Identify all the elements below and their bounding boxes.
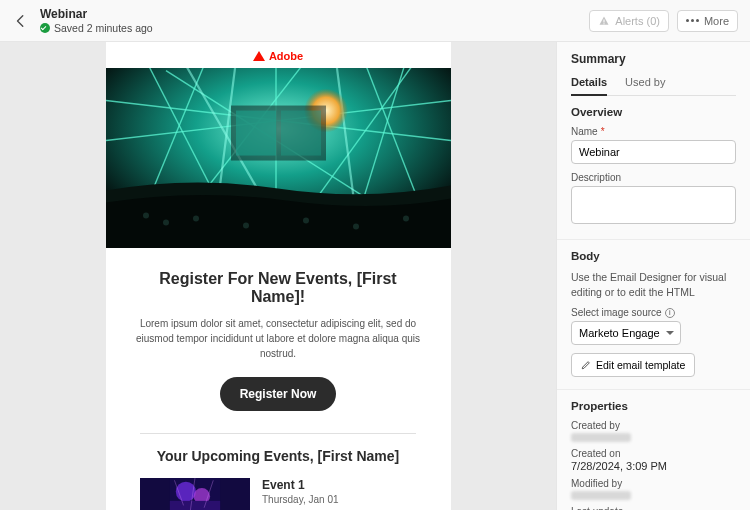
svg-point-20 [143,213,149,219]
brand: Adobe [253,42,303,68]
svg-rect-30 [170,501,220,510]
event-title: Event 1 [262,478,339,492]
check-icon [40,23,50,33]
svg-rect-0 [604,19,605,22]
body-text: Lorem ipsum dolor sit amet, consectetur … [132,316,425,361]
desc-field[interactable] [571,186,736,224]
back-button[interactable] [12,12,30,30]
properties-heading: Properties [571,400,736,412]
created-on-value: 7/28/2024, 3:09 PM [571,460,736,472]
tab-used-by[interactable]: Used by [625,76,665,95]
svg-point-22 [193,216,199,222]
last-update-label: Last update [571,506,736,510]
alerts-button[interactable]: Alerts (0) [589,10,669,32]
preview-content: Register For New Events, [First Name]! L… [106,248,451,411]
created-by-label: Created by [571,420,736,431]
page-title: Webinar [40,7,581,21]
summary-heading: Summary [571,52,736,66]
tab-details[interactable]: Details [571,76,607,96]
svg-point-21 [163,220,169,226]
name-label: Name* [571,126,736,137]
register-button[interactable]: Register Now [220,377,337,411]
source-label: Select image source i [571,307,736,318]
svg-point-26 [403,216,409,222]
divider [140,433,416,434]
event-thumbnail [140,478,250,510]
svg-rect-19 [281,111,321,156]
created-by-value [571,433,631,442]
more-button[interactable]: More [677,10,738,32]
edit-template-button[interactable]: Edit email template [571,353,695,377]
properties-section: Properties Created by Created on 7/28/20… [557,390,750,510]
svg-point-23 [243,223,249,229]
email-preview: Adobe [106,42,451,510]
event-date: Thursday, Jan 01 [262,494,339,505]
svg-rect-1 [604,23,605,24]
adobe-logo-icon [253,51,265,61]
modified-by-value [571,491,631,500]
body-section: Body Use the Email Designer for visual e… [557,240,750,390]
overview-section: Overview Name* Description [557,96,750,240]
name-field[interactable] [571,140,736,164]
svg-rect-18 [236,111,276,156]
sidebar: Summary Details Used by Overview Name* D… [556,42,750,510]
overview-heading: Overview [571,106,736,118]
created-on-label: Created on [571,448,736,459]
body-heading: Body [571,250,736,262]
svg-point-25 [353,224,359,230]
canvas: Adobe [0,42,556,510]
source-select[interactable] [571,321,681,345]
event-item: Event 1 Thursday, Jan 01 [140,478,416,510]
topbar: Webinar Saved 2 minutes ago Alerts (0) M… [0,0,750,42]
tabs: Details Used by [571,76,736,96]
pencil-icon [581,360,591,370]
alert-icon [598,15,610,27]
info-icon: i [665,308,675,318]
modified-by-label: Modified by [571,478,736,489]
hero-image [106,68,451,248]
saved-status: Saved 2 minutes ago [40,22,581,34]
dots-icon [686,19,699,22]
main: Adobe [0,42,750,510]
desc-label: Description [571,172,736,183]
event-info: Event 1 Thursday, Jan 01 [262,478,339,505]
headline: Register For New Events, [First Name]! [132,270,425,306]
svg-point-24 [303,218,309,224]
title-block: Webinar Saved 2 minutes ago [40,7,581,34]
upcoming-heading: Your Upcoming Events, [First Name] [157,448,399,464]
body-hint: Use the Email Designer for visual editin… [571,270,736,299]
